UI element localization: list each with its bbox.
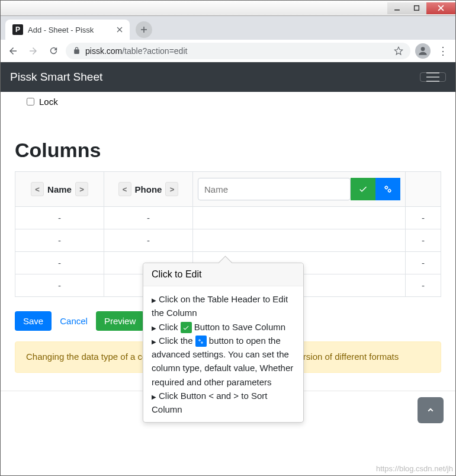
svg-point-8 <box>421 47 425 51</box>
advanced-settings-button[interactable] <box>375 178 400 200</box>
browser-tab[interactable]: P Add - Sheet - Pissk <box>5 20 130 40</box>
gears-icon <box>195 336 207 347</box>
preview-button[interactable]: Preview <box>96 311 144 331</box>
help-popover: Click to Edit ▶Click on the Table Header… <box>143 263 304 423</box>
close-tab-icon[interactable] <box>117 27 123 33</box>
check-icon <box>358 184 368 194</box>
reload-button[interactable] <box>46 43 61 59</box>
browser-tab-strip: P Add - Sheet - Pissk <box>1 16 455 40</box>
column-name-input[interactable] <box>198 178 351 200</box>
sort-left-button[interactable]: < <box>31 182 44 196</box>
new-tab-button[interactable] <box>136 21 152 38</box>
sort-right-button[interactable]: > <box>75 182 88 196</box>
check-icon <box>181 322 192 333</box>
brand-title: Pissk Smart Sheet <box>10 71 102 84</box>
tab-title: Add - Sheet - Pissk <box>28 25 94 34</box>
svg-point-12 <box>201 342 203 343</box>
watermark: https://blog.csdn.net/jh <box>376 464 453 473</box>
url-domain: pissk.com <box>85 46 122 56</box>
sort-right-button[interactable]: > <box>165 182 178 196</box>
lock-checkbox[interactable] <box>27 98 34 106</box>
app-navbar: Pissk Smart Sheet <box>1 62 455 92</box>
navbar-toggler[interactable] <box>420 72 446 82</box>
lock-icon <box>73 47 81 55</box>
popover-body: ▶Click on the Table Header to Edit the C… <box>143 286 303 422</box>
save-button[interactable]: Save <box>15 311 52 331</box>
lock-label: Lock <box>39 97 58 107</box>
bookmark-icon[interactable] <box>394 46 403 56</box>
profile-avatar[interactable] <box>415 43 431 59</box>
browser-toolbar: pissk.com/table?action=edit ⋮ <box>1 40 455 62</box>
window-close-button[interactable] <box>426 2 455 14</box>
window-titlebar <box>1 1 455 16</box>
address-bar[interactable]: pissk.com/table?action=edit <box>66 43 410 59</box>
scroll-to-top-button[interactable] <box>418 397 444 423</box>
favicon: P <box>12 24 23 35</box>
svg-rect-1 <box>415 6 419 11</box>
table-row: --- <box>15 229 441 252</box>
chevron-up-icon <box>425 405 436 416</box>
browser-menu-icon[interactable]: ⋮ <box>435 43 451 59</box>
url-path: /table?action=edit <box>122 46 187 56</box>
lock-row: Lock <box>15 92 441 115</box>
hamburger-icon <box>426 76 439 78</box>
window-minimize-button[interactable] <box>387 2 407 14</box>
column-header-label[interactable]: Name <box>47 184 72 194</box>
forward-button[interactable] <box>25 43 41 59</box>
save-column-button[interactable] <box>351 178 375 200</box>
popover-title: Click to Edit <box>143 263 303 286</box>
gears-icon <box>383 184 393 194</box>
cancel-link[interactable]: Cancel <box>60 316 88 326</box>
columns-heading: Columns <box>15 139 441 162</box>
svg-point-11 <box>199 340 200 341</box>
table-row: --- <box>15 207 441 229</box>
window-maximize-button[interactable] <box>407 2 426 14</box>
column-header-label[interactable]: Phone <box>135 184 162 194</box>
sort-left-button[interactable]: < <box>118 182 131 196</box>
back-button[interactable] <box>5 43 21 59</box>
